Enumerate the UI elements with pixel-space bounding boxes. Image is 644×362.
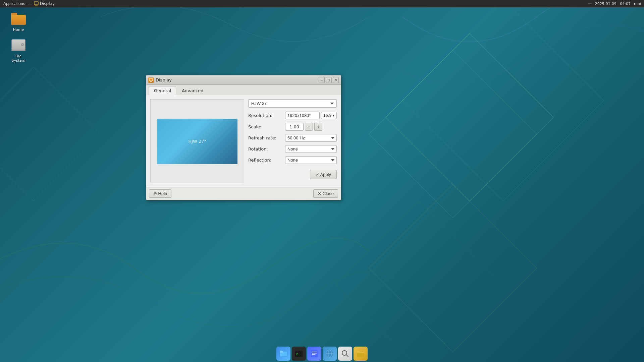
window-title-text: Display xyxy=(156,77,172,82)
rotation-row: Rotation: None xyxy=(248,145,337,153)
window-close-button[interactable]: ✕ xyxy=(333,77,339,83)
taskbar-top: Applications — Display 2025-01-09 04:07 … xyxy=(0,0,644,7)
svg-rect-0 xyxy=(34,2,38,5)
dock-item-browser[interactable] xyxy=(323,347,337,361)
home-icon-label: Home xyxy=(13,27,24,32)
applications-menu-button[interactable]: Applications xyxy=(1,1,27,7)
scale-value: 1.00 xyxy=(285,123,304,131)
file-manager-icon xyxy=(279,349,288,358)
monitor-preview-label: HJW 27" xyxy=(188,139,206,144)
refresh-rate-row: Refresh rate: 60.00 Hz xyxy=(248,134,337,142)
tab-general[interactable]: General xyxy=(149,86,176,95)
refresh-rate-selector[interactable]: 60.00 Hz xyxy=(285,134,337,142)
monitor-area: HJW 27" xyxy=(150,99,244,183)
taskbar-separator: — xyxy=(29,1,33,6)
settings-panel: HJW 27" Resolution: 644x362* 16:9 ▾ xyxy=(248,99,337,183)
home-icon xyxy=(11,11,26,26)
svg-rect-14 xyxy=(149,78,153,81)
window-content: HJW 27" HJW 27" Resolution: 644x362* xyxy=(146,95,341,187)
svg-text:>_: >_ xyxy=(296,352,301,356)
refresh-rate-control: 60.00 Hz xyxy=(285,134,337,142)
keyboard-indicator xyxy=(588,3,592,4)
resolution-label: Resolution: xyxy=(248,113,285,118)
active-window-title: — Display xyxy=(29,1,55,6)
taskbar-top-left: Applications — Display xyxy=(0,1,55,7)
window-maximize-button[interactable]: □ xyxy=(326,77,332,83)
apply-row: ✓ Apply xyxy=(248,170,337,179)
window-icon xyxy=(148,77,154,83)
notes-icon xyxy=(310,349,319,358)
display-window: Display – □ ✕ General Advanced HJW 27" xyxy=(146,75,341,200)
window-controls: – □ ✕ xyxy=(319,77,339,83)
dock-item-file-manager[interactable] xyxy=(276,347,290,361)
svg-rect-23 xyxy=(312,352,317,352)
taskbar-window-title: Display xyxy=(40,1,55,6)
filesystem-icon xyxy=(11,38,26,53)
reflection-control: None xyxy=(285,156,337,164)
display-panel: HJW 27" HJW 27" Resolution: 644x362* xyxy=(150,99,337,183)
terminal-icon: >_ xyxy=(294,349,303,358)
monitor-selector[interactable]: HJW 27" xyxy=(248,99,337,108)
resolution-selector[interactable]: 644x362* xyxy=(285,112,320,119)
rotation-control: None xyxy=(285,145,337,153)
refresh-rate-label: Refresh rate: xyxy=(248,135,285,140)
reflection-label: Reflection: xyxy=(248,158,285,163)
taskbar-user: root xyxy=(634,2,641,6)
monitor-select-row: HJW 27" xyxy=(248,99,337,108)
scale-plus-button[interactable]: + xyxy=(314,123,322,131)
rotation-label: Rotation: xyxy=(248,146,285,152)
home-folder-icon xyxy=(11,13,26,25)
resolution-control: 644x362* 16:9 ▾ xyxy=(285,112,337,119)
dock-item-terminal[interactable]: >_ xyxy=(292,347,306,361)
scale-minus-button[interactable]: − xyxy=(305,123,313,131)
resolution-row: Resolution: 644x362* 16:9 ▾ xyxy=(248,112,337,119)
svg-rect-19 xyxy=(280,351,282,352)
svg-rect-2 xyxy=(35,5,38,6)
tab-advanced[interactable]: Advanced xyxy=(177,86,208,95)
svg-line-31 xyxy=(346,355,348,357)
scale-control: 1.00 − + xyxy=(285,123,337,131)
display-taskbar-icon xyxy=(34,1,39,6)
monitor-preview[interactable]: HJW 27" xyxy=(157,119,237,164)
reflection-selector[interactable]: None xyxy=(285,156,337,164)
rotation-selector[interactable]: None xyxy=(285,145,337,153)
help-button[interactable]: ⊕ Help xyxy=(149,189,171,198)
taskbar-datetime: 2025-01-09 04:07 xyxy=(595,2,631,6)
window-minimize-button[interactable]: – xyxy=(319,77,325,83)
dock-item-notes[interactable] xyxy=(307,347,321,361)
window-title-left: Display xyxy=(148,77,172,83)
svg-rect-16 xyxy=(150,81,152,81)
window-titlebar: Display – □ ✕ xyxy=(146,75,341,85)
close-button[interactable]: ✕ Close xyxy=(313,189,338,198)
dock-item-folder[interactable] xyxy=(354,347,368,361)
svg-rect-24 xyxy=(312,353,317,354)
window-bottom-bar: ⊕ Help ✕ Close xyxy=(146,187,341,200)
desktop-icon-home[interactable]: Home xyxy=(7,10,30,33)
folder-icon xyxy=(356,349,365,358)
svg-rect-22 xyxy=(311,350,318,357)
window-tabs: General Advanced xyxy=(146,85,341,95)
apply-button[interactable]: ✓ Apply xyxy=(310,170,337,179)
svg-rect-1 xyxy=(35,5,37,5)
svg-rect-25 xyxy=(312,354,315,355)
desktop-icons: Home File System xyxy=(7,10,30,64)
reflection-row: Reflection: None xyxy=(248,156,337,164)
search-icon xyxy=(341,349,350,358)
scale-row: Scale: 1.00 − + xyxy=(248,123,337,131)
browser-icon xyxy=(325,349,334,358)
dock-item-search[interactable] xyxy=(338,347,352,361)
aspect-ratio-badge[interactable]: 16:9 ▾ xyxy=(321,112,337,119)
desktop-icon-filesystem[interactable]: File System xyxy=(7,37,30,64)
svg-rect-15 xyxy=(150,81,152,81)
filesystem-icon-label: File System xyxy=(8,54,29,63)
taskbar-top-right: 2025-01-09 04:07 root xyxy=(588,2,644,6)
taskbar-bottom: >_ xyxy=(0,345,644,362)
scale-label: Scale: xyxy=(248,124,285,129)
